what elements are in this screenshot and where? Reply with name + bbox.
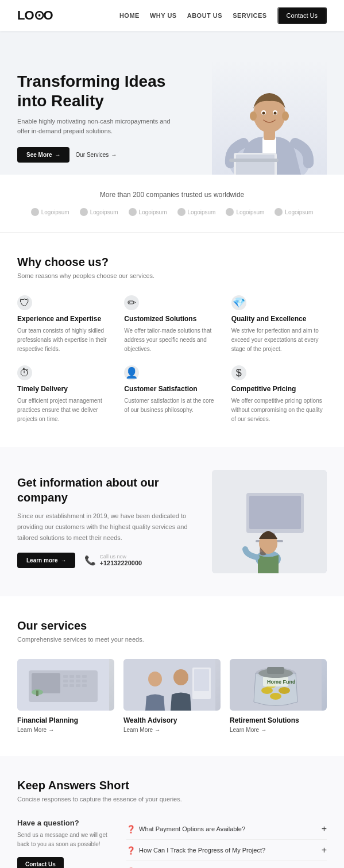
info-phone: 📞 Call us now +12132220000	[84, 554, 142, 566]
svg-point-9	[274, 112, 277, 115]
why-title: Why choose us?	[17, 256, 327, 269]
info-learn-more-button[interactable]: Learn more →	[17, 553, 75, 568]
svg-rect-15	[249, 496, 301, 529]
svg-rect-28	[69, 680, 74, 682]
info-description: Since our establishment in 2019, we have…	[17, 511, 195, 543]
trust-logo-5: Logoipsum	[226, 208, 264, 216]
faq-inner: Have a question? Send us a message and w…	[17, 819, 327, 868]
nav-home[interactable]: HOME	[119, 12, 140, 19]
faq-item-2[interactable]: ❓ How Can I Track the Progress of My Pro…	[126, 840, 327, 861]
trust-logo-icon-5	[226, 208, 234, 216]
faq-item-1[interactable]: ❓ What Payment Options are Available? +	[126, 819, 327, 840]
why-section: Why choose us? Some reasons why peoples …	[0, 233, 344, 447]
service-financial: Financial Planning Learn More →	[17, 659, 114, 733]
svg-rect-29	[76, 680, 80, 682]
info-section: Get information about our company Since …	[0, 447, 344, 596]
faq-left: Have a question? Send us a message and w…	[17, 819, 109, 868]
hero-person-svg	[212, 48, 327, 175]
svg-point-4	[250, 111, 257, 121]
trust-logo-icon-3	[129, 208, 137, 216]
timely-icon: ⏱	[17, 365, 32, 380]
service-wealth-link[interactable]: Learn More →	[123, 727, 221, 733]
feature-experience-title: Experience and Expertise	[17, 315, 113, 323]
feature-satisfaction-desc: Customer satisfaction is at the core of …	[124, 396, 219, 415]
service-retirement-image: Home Fund	[230, 659, 327, 711]
feature-pricing: $ Competitive Pricing We offer competiti…	[231, 365, 327, 424]
service-wealth-title: Wealth Advisory	[123, 716, 221, 724]
services-title: Our services	[17, 619, 327, 632]
trust-logo-icon-2	[80, 208, 88, 216]
faq-contact-button[interactable]: Contact Us	[17, 857, 64, 868]
feature-timely: ⏱ Timely Delivery Our efficient project …	[17, 365, 113, 424]
trust-headline: More than 200 companies trusted us world…	[11, 191, 333, 199]
nav-why-us[interactable]: WHY US	[150, 12, 177, 19]
hero-services-link[interactable]: Our Services →	[75, 152, 117, 158]
svg-rect-12	[229, 159, 279, 162]
svg-rect-34	[82, 684, 87, 687]
svg-point-46	[279, 687, 290, 694]
service-retirement-link[interactable]: Learn More →	[230, 727, 327, 733]
service-wealth: Wealth Advisory Learn More →	[123, 659, 221, 733]
faq-left-desc: Send us a message and we will get back t…	[17, 831, 109, 849]
nav-services[interactable]: SERVICES	[233, 12, 266, 19]
nav-links: HOME WHY US ABOUT US SERVICES Contact Us	[119, 7, 327, 24]
hero-see-more-button[interactable]: See More →	[17, 147, 69, 163]
faq-plus-1: +	[322, 824, 327, 834]
hero-section: Transforming Ideas into Reality Enable h…	[0, 31, 344, 175]
feature-customized: ✏ Customized Solutions We offer tailor-m…	[124, 295, 219, 354]
service-financial-image	[17, 659, 114, 711]
nav-about[interactable]: ABOUT US	[187, 12, 222, 19]
service-financial-link[interactable]: Learn More →	[17, 727, 114, 733]
hero-text: Transforming Ideas into Reality Enable h…	[17, 72, 178, 162]
logo: LO⊙O	[17, 8, 53, 23]
services-grid: Financial Planning Learn More →	[17, 659, 327, 733]
svg-point-38	[148, 672, 162, 686]
feature-timely-desc: Our efficient project management practic…	[17, 396, 113, 424]
feature-experience-desc: Our team consists of highly skilled prof…	[17, 326, 113, 354]
navigation: LO⊙O HOME WHY US ABOUT US SERVICES Conta…	[0, 0, 344, 31]
feature-pricing-title: Competitive Pricing	[231, 385, 327, 393]
trust-logo-3: Logoipsum	[129, 208, 167, 216]
info-title: Get information about our company	[17, 475, 195, 505]
svg-point-8	[262, 112, 265, 115]
svg-rect-31	[63, 684, 68, 687]
svg-rect-23	[63, 675, 68, 678]
svg-point-5	[282, 111, 289, 121]
faq-plus-2: +	[322, 846, 327, 855]
service-financial-title: Financial Planning	[17, 716, 114, 724]
service-wealth-image	[123, 659, 221, 711]
faq-item-3[interactable]: ❓ What Is Your Cancellation and Refund P…	[126, 861, 327, 868]
svg-rect-32	[69, 684, 74, 687]
feature-customized-title: Customized Solutions	[124, 315, 219, 323]
hero-title: Transforming Ideas into Reality	[17, 72, 178, 110]
feature-pricing-desc: We offer competitive pricing options wit…	[231, 396, 327, 424]
svg-rect-27	[63, 680, 68, 682]
service-retirement-title: Retirement Solutions	[230, 716, 327, 724]
svg-rect-30	[82, 680, 87, 682]
phone-number: +12132220000	[99, 560, 142, 566]
faq-section: Keep Answers Short Concise responses to …	[0, 756, 344, 868]
feature-experience: 🛡 Experience and Expertise Our team cons…	[17, 295, 113, 354]
services-subtitle: Comprehensive services to meet your need…	[17, 636, 327, 643]
trust-logo-icon-4	[177, 208, 185, 216]
trust-logo-icon-6	[275, 208, 283, 216]
hero-image	[212, 60, 327, 175]
info-image	[212, 470, 327, 573]
feature-timely-title: Timely Delivery	[17, 385, 113, 393]
hero-buttons: See More → Our Services →	[17, 147, 178, 163]
satisfaction-icon: 👤	[124, 365, 139, 380]
trust-logo-6: Logoipsum	[275, 208, 313, 216]
feature-quality: 💎 Quality and Excellence We strive for p…	[231, 295, 327, 354]
trust-logos: Logoipsum Logoipsum Logoipsum Logoipsum …	[11, 208, 333, 216]
service-retirement: Home Fund Retirement Solutions Learn Mor…	[230, 659, 327, 733]
svg-point-39	[173, 669, 188, 685]
nav-contact-button[interactable]: Contact Us	[277, 7, 327, 24]
svg-rect-25	[76, 675, 80, 678]
why-subtitle: Some reasons why peoples choose our serv…	[17, 272, 327, 279]
phone-label: Call us now	[99, 554, 142, 560]
info-actions: Learn more → 📞 Call us now +12132220000	[17, 553, 195, 568]
svg-rect-41	[194, 669, 209, 691]
faq-section-sub: Concise responses to capture the essence…	[17, 796, 327, 803]
svg-rect-24	[69, 675, 74, 678]
trust-section: More than 200 companies trusted us world…	[0, 175, 344, 233]
